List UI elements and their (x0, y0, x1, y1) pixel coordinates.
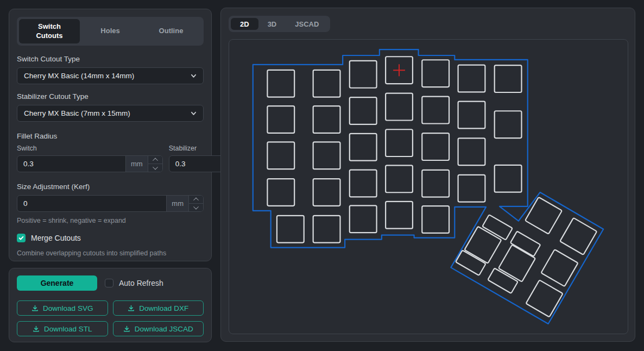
tab-jscad[interactable]: JSCAD (286, 18, 328, 30)
settings-panel: Switch Cutouts Holes Outline Switch Cuto… (9, 9, 212, 261)
kerf-stepper (188, 196, 203, 211)
download-dxf-button[interactable]: Download DXF (113, 300, 204, 316)
chevron-up-icon (153, 158, 158, 163)
switch-cutout (277, 216, 304, 243)
switch-cutout (386, 93, 413, 121)
download-grid: Download SVG Download DXF Download STL D… (17, 300, 204, 336)
step-down-button[interactable] (148, 164, 162, 172)
switch-cutout (313, 216, 340, 243)
switch-cutout (267, 142, 294, 169)
download-svg-label: Download SVG (43, 304, 93, 312)
download-stl-label: Download STL (44, 325, 92, 333)
kerf-hint: Positive = shrink, negative = expand (17, 217, 204, 224)
merge-cutouts-hint: Combine overlapping cutouts into simplif… (17, 249, 204, 257)
fillet-switch-unit: mm (125, 156, 148, 172)
switch-cutout (498, 245, 535, 282)
chevron-up-icon (193, 197, 199, 203)
switch-cutout (488, 268, 518, 293)
generate-button[interactable]: Generate (17, 275, 97, 291)
auto-refresh-row: Auto Refresh (105, 279, 163, 287)
kerf-unit: mm (166, 196, 188, 211)
switch-cutout (267, 179, 294, 206)
switch-cutout (313, 106, 340, 133)
tab-holes[interactable]: Holes (80, 19, 141, 43)
switch-cutout (267, 70, 294, 97)
switch-cutout-type-label: Switch Cutout Type (17, 55, 204, 63)
switch-cutout (313, 179, 340, 206)
check-icon (18, 235, 24, 241)
download-jscad-label: Download JSCAD (135, 325, 193, 333)
stabilizer-cutout-type-select[interactable]: Cherry MX Basic (7mm x 15mm) (17, 105, 204, 122)
plate-preview-canvas[interactable] (229, 39, 628, 334)
switch-cutout (267, 106, 294, 133)
fillet-switch-group: mm (17, 155, 163, 172)
merge-cutouts-label: Merge Cutouts (31, 234, 81, 242)
generate-row: Generate Auto Refresh (17, 275, 204, 291)
fillet-switch-label: Switch (17, 145, 163, 152)
switch-cutout (482, 215, 513, 240)
switch-cutout (386, 129, 413, 156)
step-up-button[interactable] (189, 196, 203, 203)
switch-cutout (495, 65, 522, 92)
switch-cutout (350, 97, 377, 124)
download-icon (128, 305, 135, 312)
download-stl-button[interactable]: Download STL (17, 321, 108, 336)
chevron-down-icon (191, 110, 197, 116)
fillet-switch-input[interactable] (17, 156, 125, 172)
tab-switch-cutouts[interactable]: Switch Cutouts (19, 19, 80, 43)
tab-2d[interactable]: 2D (231, 18, 258, 30)
tab-outline[interactable]: Outline (141, 19, 201, 43)
plate-outline (253, 49, 603, 324)
chevron-down-icon (191, 73, 197, 79)
switch-cutout (422, 206, 449, 233)
switch-cutout-type-select[interactable]: Cherry MX Basic (14mm x 14mm) (17, 67, 204, 84)
step-down-button[interactable] (189, 203, 203, 211)
viewer-panel: 2D 3D JSCAD (220, 8, 635, 342)
kerf-group: mm (17, 195, 204, 212)
download-dxf-label: Download DXF (139, 304, 188, 312)
tab-3d[interactable]: 3D (258, 18, 286, 30)
switch-cutout (458, 102, 485, 129)
stabilizer-cutout-type-value: Cherry MX Basic (7mm x 15mm) (24, 109, 191, 117)
download-jscad-button[interactable]: Download JSCAD (113, 321, 204, 336)
stabilizer-cutout-type-label: Stabilizer Cutout Type (17, 92, 204, 101)
auto-refresh-checkbox[interactable] (105, 279, 113, 287)
app-root: { "sidebar": { "tabs": [ {"label": "Swit… (0, 0, 644, 351)
switch-cutout (350, 170, 377, 197)
switch-cutout (458, 175, 485, 202)
step-up-button[interactable] (148, 156, 162, 164)
download-icon (31, 305, 39, 312)
thumb-cluster (455, 177, 598, 317)
switch-cutout (422, 60, 449, 87)
switch-cutout (525, 197, 562, 234)
viewer-tabbar: 2D 3D JSCAD (229, 16, 330, 32)
switch-cutout (526, 280, 563, 317)
switch-cutout (386, 202, 413, 229)
chevron-down-icon (193, 204, 199, 210)
fillet-switch-stepper (148, 156, 162, 172)
download-icon (33, 325, 40, 333)
kerf-label: Size Adjustment (Kerf) (17, 183, 204, 191)
switch-cutout (350, 205, 377, 233)
switch-cutout (350, 134, 377, 161)
auto-refresh-label: Auto Refresh (119, 279, 163, 287)
actions-panel: Generate Auto Refresh Download SVG Downl… (9, 268, 212, 342)
switch-cutout (386, 165, 413, 192)
settings-tabbar: Switch Cutouts Holes Outline (17, 17, 204, 46)
switch-cutout (541, 249, 578, 286)
chevron-down-icon (153, 165, 158, 170)
merge-cutouts-checkbox[interactable] (17, 234, 26, 242)
switch-cutout (422, 133, 449, 160)
switch-cutout-type-value: Cherry MX Basic (14mm x 14mm) (24, 72, 191, 80)
switch-cutout (458, 138, 485, 165)
kerf-input[interactable] (17, 196, 166, 211)
download-svg-button[interactable]: Download SVG (17, 300, 108, 316)
switch-cutout (422, 97, 449, 124)
switch-cutout (458, 65, 485, 92)
switch-cutout (464, 227, 501, 264)
switch-cutout (422, 170, 449, 197)
download-icon (123, 325, 130, 333)
merge-cutouts-row: Merge Cutouts (17, 234, 204, 242)
switch-cutout (313, 142, 340, 169)
switch-cutout (350, 61, 377, 88)
